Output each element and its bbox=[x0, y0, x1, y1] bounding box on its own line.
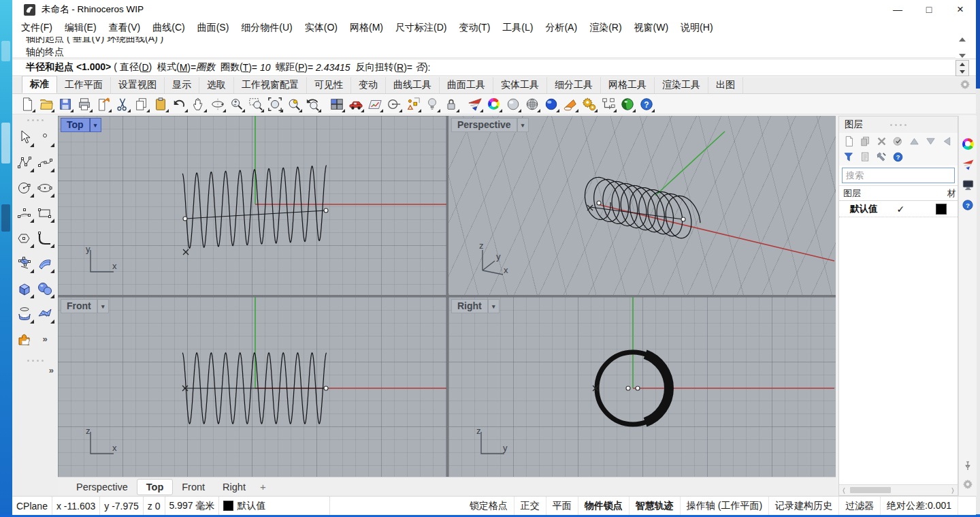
pin-panel-icon[interactable] bbox=[962, 460, 973, 473]
options-gears-icon[interactable] bbox=[580, 95, 598, 113]
raytrace-sphere-icon[interactable] bbox=[542, 95, 560, 113]
viewport-menu-arrow-icon[interactable]: ▾ bbox=[90, 118, 101, 132]
viewport-tab[interactable]: Front bbox=[173, 480, 214, 495]
circle-icon[interactable] bbox=[15, 176, 35, 199]
menu-item[interactable]: 实体(O) bbox=[299, 20, 344, 35]
point-icon[interactable] bbox=[35, 126, 55, 148]
menu-item[interactable]: 曲面(S) bbox=[191, 20, 235, 35]
viewport-menu-arrow-icon[interactable]: ▾ bbox=[488, 299, 500, 313]
lock-icon[interactable] bbox=[442, 95, 460, 113]
properties-tab-color-wheel-icon[interactable] bbox=[960, 134, 976, 154]
status-toggle[interactable]: 过滤器 bbox=[839, 497, 881, 515]
status-toggle[interactable]: 操作轴 (工作平面) bbox=[681, 497, 769, 515]
rhino-wedge-icon[interactable] bbox=[466, 95, 484, 113]
sidebar-expand-chevrons[interactable]: » bbox=[35, 328, 55, 350]
status-coordinate[interactable]: 5.997 毫米 bbox=[165, 497, 220, 515]
new-layer-icon[interactable] bbox=[842, 134, 856, 148]
control-points-icon[interactable] bbox=[404, 95, 422, 113]
paste-icon[interactable] bbox=[151, 95, 169, 113]
zoom-selected-icon[interactable] bbox=[284, 95, 303, 113]
help-icon[interactable]: ? bbox=[637, 95, 655, 113]
menu-item[interactable]: 尺寸标注(D) bbox=[389, 20, 453, 35]
status-layer[interactable]: 默认值 bbox=[219, 497, 330, 515]
layer-row[interactable]: 默认值 ✓ bbox=[839, 201, 958, 217]
menu-item[interactable]: 查看(V) bbox=[103, 20, 147, 35]
status-coordinate[interactable]: z 0 bbox=[144, 497, 165, 515]
move-up-icon[interactable] bbox=[907, 134, 921, 148]
menu-item[interactable]: 曲线(C) bbox=[146, 20, 191, 35]
viewport-perspective-label[interactable]: Perspective▾ bbox=[451, 118, 529, 132]
hscroll-track[interactable] bbox=[849, 486, 948, 494]
move-left-icon[interactable] bbox=[940, 134, 954, 148]
sidebar-bottom-dots[interactable] bbox=[27, 360, 44, 362]
toolbar-tab[interactable]: 网格工具 bbox=[601, 77, 655, 93]
spinner-up-icon[interactable] bbox=[956, 61, 968, 68]
new-file-icon[interactable] bbox=[18, 95, 36, 113]
open-file-icon[interactable] bbox=[37, 95, 55, 113]
zoom-extents-icon[interactable] bbox=[265, 95, 284, 113]
menu-item[interactable]: 细分物件(U) bbox=[235, 20, 298, 35]
toolbar-tab[interactable]: 可见性 bbox=[307, 77, 351, 93]
help-tab-icon[interactable]: ? bbox=[960, 195, 976, 215]
rectangle-icon[interactable] bbox=[35, 202, 55, 224]
status-coordinate[interactable]: y -7.975 bbox=[100, 497, 144, 515]
toolbar-tab[interactable]: 实体工具 bbox=[493, 77, 547, 93]
wireframe-sphere-icon[interactable] bbox=[523, 95, 541, 113]
copy-icon[interactable] bbox=[132, 95, 150, 113]
zoom-window-icon[interactable] bbox=[246, 95, 265, 113]
spotlight-cone-icon[interactable] bbox=[561, 95, 579, 113]
layers-help-icon[interactable]: ? bbox=[891, 150, 905, 164]
fillet-curve-icon[interactable] bbox=[35, 227, 55, 249]
circle-center-icon[interactable] bbox=[385, 95, 403, 113]
new-sublayer-icon[interactable] bbox=[858, 134, 872, 148]
viewport-menu-arrow-icon[interactable]: ▾ bbox=[97, 299, 109, 313]
scroll-right-icon[interactable]: 〉 bbox=[948, 486, 958, 495]
command-spinner[interactable] bbox=[956, 60, 969, 76]
toolbar-tab[interactable]: 出图 bbox=[708, 77, 743, 93]
surface-from-points-icon[interactable] bbox=[15, 252, 35, 275]
menu-item[interactable]: 视窗(W) bbox=[628, 20, 675, 35]
pan-hand-icon[interactable] bbox=[189, 95, 208, 113]
layer-tools-icon[interactable] bbox=[875, 150, 889, 164]
panel-settings-gear-icon[interactable] bbox=[962, 479, 973, 492]
status-toggle[interactable]: 物件锁点 bbox=[578, 497, 630, 515]
minimize-button[interactable]: — bbox=[882, 0, 913, 19]
move-down-icon[interactable] bbox=[924, 134, 938, 148]
cut-icon[interactable] bbox=[113, 95, 131, 113]
spheres-icon[interactable] bbox=[35, 277, 55, 300]
select-pointer-icon[interactable] bbox=[15, 126, 35, 148]
box-icon[interactable] bbox=[15, 277, 35, 300]
menu-item[interactable]: 变动(T) bbox=[453, 20, 496, 35]
viewport-perspective[interactable]: Perspective▾ z y x bbox=[448, 116, 836, 295]
menu-item[interactable]: 说明(H) bbox=[674, 20, 719, 35]
viewport-right[interactable]: Right▾ zy bbox=[448, 297, 836, 477]
color-wheel-icon[interactable] bbox=[485, 95, 503, 113]
polygon-icon[interactable] bbox=[15, 227, 35, 249]
layers-tab-rhino-wedge-icon[interactable] bbox=[960, 154, 976, 174]
save-icon[interactable] bbox=[56, 95, 74, 113]
mesh-surface-icon[interactable] bbox=[35, 302, 55, 325]
layer-state-icon[interactable] bbox=[891, 134, 905, 148]
viewport-tab[interactable]: Right bbox=[214, 480, 255, 495]
status-layer-name[interactable]: 默认值 bbox=[237, 500, 265, 512]
rotate-view-icon[interactable] bbox=[208, 95, 227, 113]
viewport-top-label[interactable]: Top▾ bbox=[61, 118, 101, 132]
display-tab-monitor-icon[interactable] bbox=[960, 174, 976, 195]
viewport-right-label[interactable]: Right▾ bbox=[451, 299, 500, 313]
layer-search-box[interactable] bbox=[842, 168, 955, 183]
viewport-menu-arrow-icon[interactable]: ▾ bbox=[517, 118, 529, 132]
toolbar-tab[interactable]: 工作视窗配置 bbox=[234, 77, 307, 93]
status-coordinate[interactable]: x -11.603 bbox=[52, 497, 100, 515]
car-icon[interactable] bbox=[346, 95, 365, 113]
status-toggle[interactable]: 正交 bbox=[514, 497, 546, 515]
sidebar-more-chevrons[interactable]: » bbox=[49, 365, 54, 375]
toolbar-tab[interactable]: 渲染工具 bbox=[655, 77, 708, 93]
toolbar-tab[interactable]: 设置视图 bbox=[111, 77, 165, 93]
viewport-tab[interactable]: Top bbox=[137, 479, 174, 495]
current-layer-check-icon[interactable]: ✓ bbox=[897, 204, 905, 215]
command-history[interactable]: 轴的起点 ( 垂直(V) 环绕曲线(A) ) 轴的终点 bbox=[12, 37, 956, 58]
interpolate-curve-icon[interactable] bbox=[35, 151, 55, 174]
panel-drag-dots[interactable] bbox=[890, 124, 906, 126]
spinner-down-icon[interactable] bbox=[956, 68, 968, 76]
column-layer[interactable]: 图层 bbox=[843, 187, 861, 200]
